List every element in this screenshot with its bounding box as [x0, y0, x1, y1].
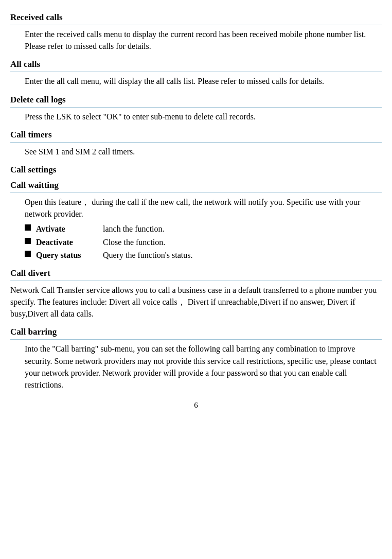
section-all-calls: All calls Enter the all call menu, will … [10, 59, 382, 87]
desc-deactivate: Close the function. [103, 236, 165, 248]
divider-delete-call-logs [10, 107, 382, 108]
bullet-icon-query-status [25, 251, 31, 257]
divider-all-calls [10, 72, 382, 72]
section-received-calls: Received calls Enter the received calls … [10, 12, 382, 52]
bullet-icon-avtivate [25, 224, 31, 231]
divider-call-timers [10, 142, 382, 143]
divider-call-barring [10, 339, 382, 340]
heading-call-divert: Call divert [10, 268, 382, 278]
body-received-calls: Enter the received calls menu to display… [25, 28, 382, 52]
body-delete-call-logs: Press the LSK to select "OK" to enter su… [25, 111, 382, 123]
desc-avtivate: lanch the function. [103, 223, 165, 235]
body-call-waiting-intro: Open this feature， during the call if th… [25, 196, 382, 220]
heading-received-calls: Received calls [10, 12, 382, 23]
section-call-waiting: Call waitting Open this feature， during … [10, 180, 382, 261]
heading-call-barring: Call barring [10, 327, 382, 337]
term-deactivate: Deactivate [36, 236, 103, 248]
body-call-timers: See SIM 1 and SIM 2 call timers. [25, 146, 382, 158]
page-number: 6 [10, 401, 382, 410]
term-query-status: Query status [36, 249, 103, 261]
list-item-deactivate: Deactivate Close the function. [25, 236, 382, 248]
call-waiting-bullet-list: Avtivate lanch the function. Deactivate … [25, 223, 382, 261]
divider-call-divert [10, 281, 382, 281]
section-call-divert: Call divert Network Call Transfer servic… [10, 268, 382, 320]
bullet-icon-deactivate [25, 238, 31, 244]
heading-delete-call-logs: Delete call logs [10, 95, 382, 105]
desc-query-status: Query the function's status. [103, 249, 192, 261]
divider-received-calls [10, 25, 382, 25]
body-call-divert: Network Call Transfer service allows you… [10, 284, 382, 320]
heading-call-settings: Call settings [10, 165, 382, 175]
body-all-calls: Enter the all call menu, will display th… [25, 75, 382, 87]
divider-call-waiting [10, 193, 382, 193]
body-call-barring: Into the "Call barring" sub-menu, you ca… [25, 343, 382, 391]
term-avtivate: Avtivate [36, 223, 103, 235]
section-delete-call-logs: Delete call logs Press the LSK to select… [10, 95, 382, 123]
heading-call-waiting: Call waitting [10, 180, 382, 190]
section-call-timers: Call timers See SIM 1 and SIM 2 call tim… [10, 130, 382, 158]
list-item-avtivate: Avtivate lanch the function. [25, 223, 382, 235]
section-call-settings: Call settings [10, 165, 382, 175]
heading-call-timers: Call timers [10, 130, 382, 140]
list-item-query-status: Query status Query the function's status… [25, 249, 382, 261]
heading-all-calls: All calls [10, 59, 382, 69]
section-call-barring: Call barring Into the "Call barring" sub… [10, 327, 382, 391]
